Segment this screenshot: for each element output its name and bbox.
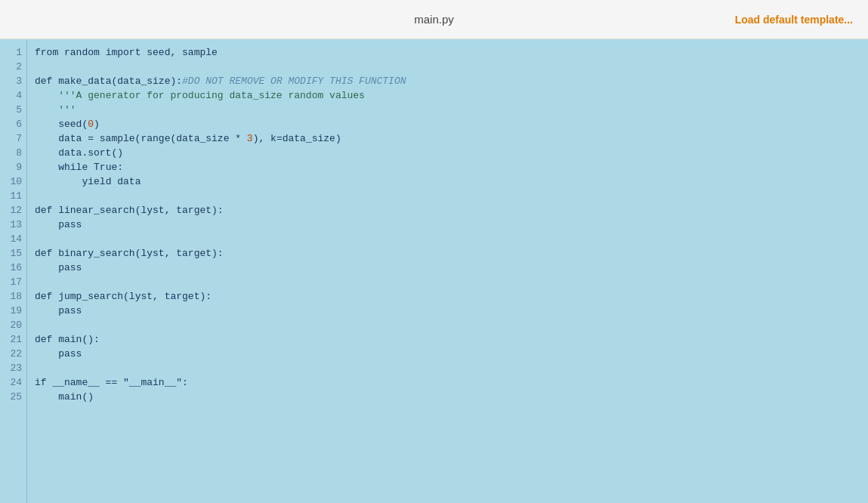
line-number: 8: [8, 146, 22, 160]
code-line: data.sort(): [35, 146, 860, 160]
line-number: 16: [8, 261, 22, 275]
line-number: 7: [8, 131, 22, 146]
code-editor: 1234567891011121314151617181920212223242…: [0, 39, 868, 503]
line-number: 17: [8, 275, 22, 289]
code-line: def jump_search(lyst, target):: [35, 289, 860, 304]
line-number: 10: [8, 174, 22, 189]
code-line: def linear_search(lyst, target):: [35, 203, 860, 218]
line-number: 12: [8, 203, 22, 218]
line-number: 6: [8, 117, 22, 131]
code-line: pass: [35, 304, 860, 318]
code-line: data = sample(range(data_size * 3), k=da…: [35, 131, 860, 146]
code-line: [35, 318, 860, 332]
code-line: [35, 275, 860, 289]
code-line: [35, 60, 860, 74]
load-template-button[interactable]: Load default template...: [735, 14, 853, 26]
line-number: 11: [8, 189, 22, 203]
line-number: 21: [8, 332, 22, 347]
code-line: main(): [35, 390, 860, 404]
code-line: if __name__ == "__main__":: [35, 375, 860, 390]
line-number: 24: [8, 375, 22, 390]
line-number: 5: [8, 103, 22, 117]
code-line: [35, 232, 860, 246]
code-area[interactable]: from random import seed, sample def make…: [27, 39, 868, 503]
line-number: 23: [8, 361, 22, 375]
code-line: def binary_search(lyst, target):: [35, 246, 860, 261]
code-line: pass: [35, 218, 860, 232]
code-line: [35, 361, 860, 375]
line-number: 20: [8, 318, 22, 332]
code-line: def make_data(data_size):#DO NOT REMOVE …: [35, 74, 860, 88]
line-numbers: 1234567891011121314151617181920212223242…: [0, 39, 27, 503]
file-title: main.py: [414, 13, 454, 26]
line-number: 1: [8, 45, 22, 60]
header-bar: main.py Load default template...: [0, 0, 868, 39]
line-number: 22: [8, 347, 22, 361]
line-number: 9: [8, 160, 22, 174]
code-line: yield data: [35, 174, 860, 189]
line-number: 19: [8, 304, 22, 318]
code-line: pass: [35, 347, 860, 361]
line-number: 13: [8, 218, 22, 232]
code-line: seed(0): [35, 117, 860, 131]
line-number: 4: [8, 88, 22, 103]
line-number: 2: [8, 60, 22, 74]
code-line: '''A generator for producing data_size r…: [35, 88, 860, 103]
line-number: 15: [8, 246, 22, 261]
code-line: def main():: [35, 332, 860, 347]
line-number: 14: [8, 232, 22, 246]
line-number: 3: [8, 74, 22, 88]
line-number: 18: [8, 289, 22, 304]
code-line: while True:: [35, 160, 860, 174]
code-line: from random import seed, sample: [35, 45, 860, 60]
code-line: pass: [35, 261, 860, 275]
code-line: [35, 189, 860, 203]
code-line: ''': [35, 103, 860, 117]
line-number: 25: [8, 390, 22, 404]
